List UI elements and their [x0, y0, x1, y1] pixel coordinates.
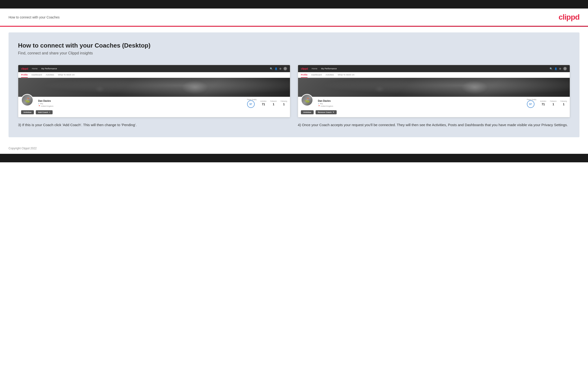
left-user-icon[interactable]: 👤 — [275, 67, 277, 70]
right-stat-activities: Activities 71 — [540, 100, 546, 106]
right-nav-right: 🔍 👤 ⚙ — [550, 67, 567, 71]
left-mock-tabs: Profile Dashboard Activities What To Wor… — [18, 72, 290, 78]
right-description: 4) Once your Coach accepts your request … — [298, 122, 570, 128]
right-tab-dashboard[interactable]: Dashboard — [311, 74, 322, 78]
right-nav-home[interactable]: Home — [311, 67, 317, 70]
left-location: 📍 United Kingdom — [38, 105, 242, 107]
right-role-label: Pro — [320, 103, 323, 105]
right-mock-buttons: Unfollow Remove Coach ✕ — [301, 110, 567, 114]
left-verified-icon: ✔ — [38, 103, 40, 105]
main-heading: How to connect with your Coaches (Deskto… — [18, 42, 570, 49]
left-nav-performance[interactable]: My Performance — [41, 67, 57, 70]
right-description-text: 4) Once your Coach accepts your request … — [298, 123, 568, 127]
left-profile-section: Dan Davies ✔ Pro 📍 United Kingdom — [18, 97, 290, 117]
right-settings-icon[interactable]: ⚙ — [559, 67, 561, 70]
right-quality-label: Player Quality — [527, 99, 536, 100]
right-tab-activities[interactable]: Activities — [326, 74, 334, 78]
bottom-bar — [0, 154, 588, 162]
left-quality-label: Player Quality — [247, 99, 257, 100]
right-activities-value: 71 — [542, 103, 545, 106]
main-subheading: Find, connect and share your Clippd insi… — [18, 51, 570, 55]
left-unfollow-button[interactable]: Unfollow — [21, 110, 34, 114]
right-following-label: Following — [561, 100, 567, 102]
left-tab-dashboard[interactable]: Dashboard — [32, 74, 42, 78]
left-mock-buttons: Unfollow Add Coach + — [21, 110, 287, 114]
columns: clippd Home My Performance 🔍 👤 ⚙ Profile… — [18, 65, 570, 128]
right-verified-icon: ✔ — [318, 103, 319, 105]
right-nav-avatar[interactable] — [563, 67, 567, 71]
right-location-text: United Kingdom — [320, 105, 333, 107]
right-user-icon[interactable]: 👤 — [554, 67, 557, 70]
left-quality-circle: 97 — [247, 100, 255, 108]
top-bar — [0, 0, 588, 8]
left-add-coach-label: Add Coach — [38, 111, 48, 113]
left-quality-value: 97 — [250, 103, 252, 106]
right-avatar — [301, 94, 313, 106]
left-stat-quality: Player Quality 97 — [247, 99, 257, 108]
left-mock-banner — [18, 78, 290, 97]
right-close-icon: ✕ — [333, 111, 334, 113]
left-followers-value: 1 — [273, 103, 274, 106]
left-stats: Player Quality 97 Activities 71 Follower — [247, 99, 287, 108]
right-search-icon[interactable]: 🔍 — [550, 67, 553, 70]
left-tab-what-to-work-on[interactable]: What To Work On — [58, 74, 75, 78]
right-mock-nav: clippd Home My Performance 🔍 👤 ⚙ — [298, 65, 570, 72]
page-title: How to connect with your Coaches — [9, 15, 60, 19]
accent-line — [0, 26, 588, 27]
left-settings-icon[interactable]: ⚙ — [279, 67, 281, 70]
left-nav-right: 🔍 👤 ⚙ — [270, 67, 287, 71]
footer: Copyright Clippd 2022 — [0, 143, 588, 154]
left-player-name: Dan Davies — [38, 100, 242, 102]
clippd-logo: clippd — [559, 13, 579, 22]
right-tab-what-to-work-on[interactable]: What To Work On — [338, 74, 355, 78]
left-profile-info: Dan Davies ✔ Pro 📍 United Kingdom — [38, 99, 242, 107]
right-mock-tabs: Profile Dashboard Activities What To Wor… — [298, 72, 570, 78]
right-remove-coach-label: Remove Coach — [318, 111, 332, 113]
left-player-role: ✔ Pro — [38, 103, 242, 105]
left-nav-avatar[interactable] — [283, 67, 287, 71]
left-activities-value: 71 — [262, 103, 265, 106]
right-player-role: ✔ Pro — [318, 103, 522, 105]
left-stat-followers: Followers 1 — [270, 100, 277, 106]
main-content: How to connect with your Coaches (Deskto… — [9, 33, 579, 137]
right-mock-banner — [298, 78, 570, 97]
left-column: clippd Home My Performance 🔍 👤 ⚙ Profile… — [18, 65, 290, 128]
right-remove-coach-button[interactable]: Remove Coach ✕ — [316, 110, 337, 114]
right-stats: Player Quality 97 Activities 71 Follower — [527, 99, 567, 108]
left-plus-icon: + — [49, 111, 50, 113]
left-screenshot: clippd Home My Performance 🔍 👤 ⚙ Profile… — [18, 65, 290, 117]
right-column: clippd Home My Performance 🔍 👤 ⚙ Profile… — [298, 65, 570, 128]
left-avatar-image — [22, 95, 33, 106]
left-followers-label: Followers — [270, 100, 277, 102]
left-location-icon: 📍 — [38, 105, 40, 107]
right-mock-logo: clippd — [301, 67, 308, 70]
left-nav-home[interactable]: Home — [32, 67, 37, 70]
right-followers-label: Followers — [550, 100, 557, 102]
left-tab-profile[interactable]: Profile — [21, 74, 28, 78]
right-profile-info: Dan Davies ✔ Pro 📍 United Kingdom — [318, 99, 522, 107]
copyright-text: Copyright Clippd 2022 — [9, 147, 37, 150]
left-stat-activities: Activities 71 — [260, 100, 267, 106]
right-quality-value: 97 — [529, 103, 532, 106]
right-tab-profile[interactable]: Profile — [301, 74, 308, 78]
right-quality-circle: 97 — [527, 100, 535, 108]
left-mock-nav: clippd Home My Performance 🔍 👤 ⚙ — [18, 65, 290, 72]
left-avatar — [21, 94, 33, 106]
right-stat-quality: Player Quality 97 — [527, 99, 536, 108]
left-add-coach-button[interactable]: Add Coach + — [36, 110, 52, 114]
left-activities-label: Activities — [260, 100, 267, 102]
left-tab-activities[interactable]: Activities — [46, 74, 54, 78]
right-avatar-image — [302, 95, 312, 106]
right-location-icon: 📍 — [318, 105, 320, 107]
right-unfollow-button[interactable]: Unfollow — [301, 110, 314, 114]
left-description: 3) If this is your Coach click 'Add Coac… — [18, 122, 290, 128]
left-location-text: United Kingdom — [41, 105, 53, 107]
right-screenshot: clippd Home My Performance 🔍 👤 ⚙ Profile… — [298, 65, 570, 117]
left-following-value: 1 — [283, 103, 285, 106]
right-nav-performance[interactable]: My Performance — [321, 67, 337, 70]
right-avatar-row: Dan Davies ✔ Pro 📍 United Kingdom — [301, 99, 567, 108]
right-location: 📍 United Kingdom — [318, 105, 522, 107]
right-followers-value: 1 — [553, 103, 554, 106]
left-search-icon[interactable]: 🔍 — [270, 67, 273, 70]
right-player-name: Dan Davies — [318, 100, 522, 102]
